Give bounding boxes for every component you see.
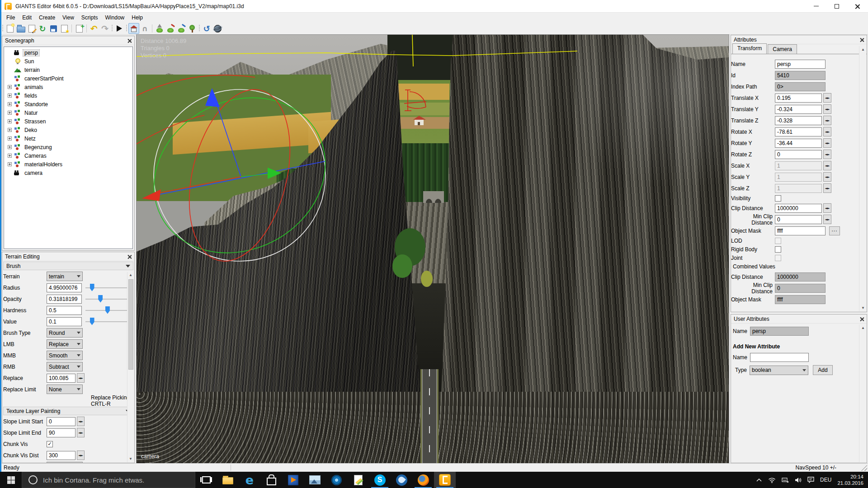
scenegraph-item[interactable]: animals [6, 83, 132, 91]
taskbar-app-button[interactable] [369, 472, 391, 488]
value-input[interactable]: 100.085 [47, 374, 75, 383]
scenegraph-item[interactable]: Sun [6, 57, 132, 66]
attribute-value-field[interactable]: persp [775, 60, 826, 69]
scenegraph-item[interactable]: Cameras [6, 151, 132, 160]
close-button[interactable] [847, 0, 868, 13]
expand-icon[interactable] [8, 145, 12, 149]
attribute-value-field[interactable]: 0 [775, 150, 822, 159]
slider[interactable] [85, 295, 132, 304]
save-icon[interactable] [48, 23, 59, 34]
attribute-value-field[interactable]: ffff [775, 226, 826, 235]
expand-icon[interactable] [8, 162, 12, 166]
attribute-value-field[interactable]: 1 [775, 184, 822, 193]
taskbar-app-button[interactable] [217, 472, 239, 488]
spinner-buttons[interactable] [77, 417, 85, 426]
expand-icon[interactable] [8, 102, 12, 106]
expand-icon[interactable] [8, 85, 12, 89]
taskbar-app-button[interactable] [304, 472, 326, 488]
attribute-value-field[interactable]: 1000000 [775, 272, 826, 282]
slider-thumb[interactable] [90, 318, 94, 325]
start-button[interactable] [0, 472, 22, 488]
spinner-buttons[interactable] [823, 150, 831, 159]
slider[interactable] [85, 283, 132, 292]
attribute-value-field[interactable]: -78.61 [775, 127, 822, 136]
scenegraph-item[interactable]: Deko [6, 126, 132, 134]
terrain-panel-scrollbar[interactable]: ▲ ▼ [127, 272, 134, 462]
new-file-icon[interactable] [5, 23, 15, 34]
taskbar-app-button[interactable] [260, 472, 282, 488]
import-icon[interactable] [59, 23, 70, 34]
scenegraph-item[interactable]: Begenzung [6, 143, 132, 151]
taskbar-app-button[interactable] [434, 472, 456, 488]
play-icon[interactable] [114, 23, 125, 34]
menu-item[interactable]: Edit [19, 14, 35, 22]
spinner-buttons[interactable] [823, 116, 831, 125]
attribute-value-field[interactable]: 1 [775, 173, 822, 182]
menu-item[interactable]: Help [128, 14, 146, 22]
checkbox[interactable] [47, 441, 53, 447]
attribute-value-field[interactable]: 0 [775, 284, 826, 293]
menu-item[interactable]: Window [102, 14, 128, 22]
add-object-icon[interactable] [74, 23, 85, 34]
scenegraph-item[interactable]: camera [6, 169, 132, 177]
wifi-icon[interactable] [768, 477, 776, 483]
attributes-tab[interactable]: Camera [768, 44, 797, 54]
scenegraph-item[interactable]: careerStartPoint [6, 74, 132, 83]
new-attr-type-dropdown[interactable]: boolean [750, 366, 808, 375]
attribute-checkbox[interactable] [775, 255, 781, 261]
cortana-search-box[interactable]: Ich bin Cortana. Frag mich etwas. [22, 472, 195, 488]
spinner-buttons[interactable] [823, 215, 831, 224]
spinner-buttons[interactable] [823, 172, 831, 182]
spinner-buttons[interactable] [77, 428, 85, 437]
scenegraph-item[interactable]: Natur [6, 108, 132, 117]
script-edit-icon[interactable] [26, 23, 37, 34]
terrain-paint-icon[interactable] [165, 23, 176, 34]
slider-thumb[interactable] [105, 306, 110, 314]
spinner-buttons[interactable] [823, 127, 831, 136]
foliage-paint-icon[interactable] [176, 23, 187, 34]
attribute-checkbox[interactable] [775, 195, 781, 202]
scenegraph-item[interactable]: persp [6, 48, 132, 57]
scenegraph-item[interactable]: terrain [6, 66, 132, 74]
value-input[interactable]: 0.31818199 [47, 295, 82, 304]
volume-icon[interactable] [795, 477, 802, 483]
expand-icon[interactable] [8, 111, 12, 115]
taskbar-app-button[interactable] [391, 472, 412, 488]
language-indicator[interactable]: DEU [820, 477, 831, 483]
value-input[interactable]: 0 [47, 417, 75, 426]
dropdown[interactable]: Round [47, 328, 83, 338]
dropdown[interactable]: None [47, 385, 83, 394]
spinner-buttons[interactable] [823, 138, 831, 148]
frame-camera-icon[interactable] [128, 23, 139, 34]
attribute-value-field[interactable]: 0.195 [775, 94, 822, 103]
brush-section-header[interactable]: Brush [3, 262, 133, 270]
attributes-scrollbar[interactable]: ▲ ▼ [859, 46, 866, 311]
attribute-value-field[interactable]: -36.44 [775, 139, 822, 148]
scenegraph-item[interactable]: materialHolders [6, 160, 132, 169]
new-attr-name-input[interactable] [750, 353, 809, 362]
menu-item[interactable]: File [3, 14, 19, 22]
expand-icon[interactable] [8, 154, 12, 158]
attributes-tab[interactable]: Transform [732, 43, 767, 54]
terrain-sculpt-icon[interactable] [154, 23, 165, 34]
attribute-value-field[interactable]: -0.328 [775, 116, 822, 125]
dropdown[interactable]: Subtract [47, 362, 83, 371]
attribute-value-field[interactable]: 1 [775, 161, 822, 170]
attribute-value-field[interactable]: 1000000 [775, 204, 822, 213]
close-icon[interactable] [859, 37, 865, 43]
user-attributes-scrollbar[interactable]: ▲ [859, 324, 866, 462]
menu-item[interactable]: Scripts [78, 14, 102, 22]
viewport-3d[interactable]: Distance 1006.89 Triangles 0 Vertices 0 … [137, 35, 729, 463]
dropdown[interactable]: terrain [47, 272, 83, 281]
value-input[interactable]: 300 [47, 451, 75, 460]
scroll-up-icon[interactable]: ▲ [861, 47, 865, 52]
spinner-buttons[interactable] [823, 161, 831, 170]
expand-icon[interactable] [8, 94, 12, 98]
expand-icon[interactable] [8, 136, 12, 141]
scroll-up-icon[interactable]: ▲ [128, 273, 133, 277]
slider[interactable] [85, 306, 132, 315]
taskbar-app-button[interactable] [326, 472, 347, 488]
world-icon[interactable] [212, 23, 223, 34]
close-icon[interactable] [127, 38, 133, 44]
spinner-buttons[interactable] [823, 203, 831, 213]
